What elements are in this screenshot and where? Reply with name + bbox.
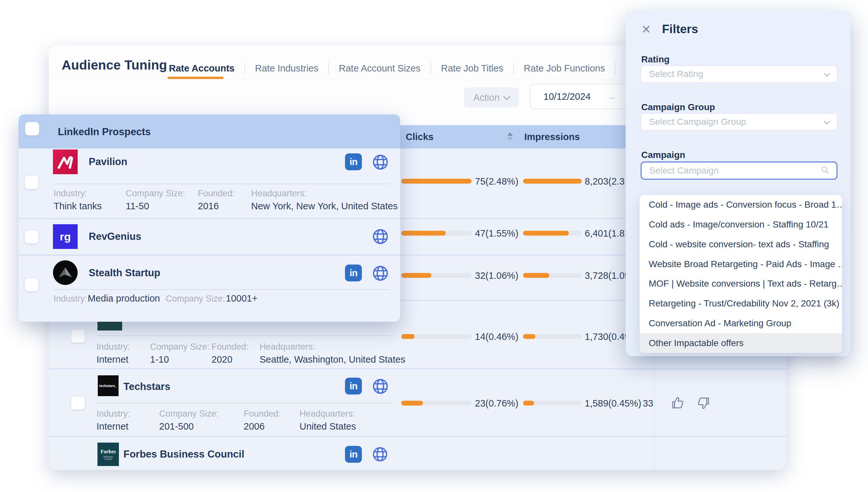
row-checkbox[interactable] [71, 396, 85, 410]
company-size-value: 10001+ [226, 293, 258, 304]
campaign-option-highlighted[interactable]: Other Impactable offers [640, 333, 842, 353]
page-title: Audience Tuning [62, 58, 167, 72]
row-inner-divider [53, 289, 390, 290]
founded-label: Founded: [198, 189, 235, 199]
campaign-option[interactable]: Cold ads - Image/conversion - Staffing 1… [640, 215, 842, 235]
headquarters-value: New York, New York, United States [251, 201, 398, 212]
select-all-checkbox[interactable] [25, 122, 39, 136]
impressions-bar [523, 273, 582, 278]
campaign-option[interactable]: MOF | Website conversions | Text ads - R… [640, 274, 842, 294]
company-logo: rg [53, 224, 78, 249]
clicks-value: 32(1.06%) [475, 270, 518, 281]
tab-rate-account-sizes[interactable]: Rate Account Sizes [337, 63, 422, 74]
row-checkbox[interactable] [71, 329, 85, 343]
close-icon[interactable]: ✕ [641, 24, 651, 35]
campaign-group-placeholder: Select Campaign Group [649, 117, 825, 127]
clicks-bar [401, 401, 472, 405]
headquarters-value: United States [300, 421, 356, 432]
column-header-impressions[interactable]: Impressions [524, 125, 580, 148]
extra-metric-value: 33 [634, 398, 653, 409]
row-checkbox[interactable] [24, 278, 39, 292]
headquarters-label: Headquarters: [300, 409, 355, 419]
campaign-search-input[interactable] [649, 165, 821, 176]
campaign-search-field[interactable] [641, 162, 838, 180]
company-size-value: 201-500 [159, 421, 194, 432]
company-name: Techstars [123, 381, 170, 393]
website-globe-icon[interactable] [372, 154, 388, 172]
impressions-value: 8,203(2.31 [585, 176, 630, 187]
impressions-bar [523, 179, 582, 183]
website-globe-icon[interactable] [372, 378, 388, 396]
chevron-down-icon [824, 118, 830, 124]
industry-label: Industry: [54, 189, 87, 199]
tab-separator [328, 63, 329, 74]
industry-value: Internet [97, 421, 128, 432]
row-inner-divider [53, 183, 390, 184]
linkedin-icon[interactable]: in [345, 153, 362, 170]
industry-value: Internet [97, 354, 128, 365]
rating-placeholder: Select Rating [649, 69, 825, 79]
tab-rate-job-functions[interactable]: Rate Job Functions [522, 63, 606, 74]
action-button-label: Action [473, 92, 500, 103]
industry-value: Think tanks [54, 201, 102, 212]
clicks-bar [401, 231, 472, 236]
website-globe-icon[interactable] [372, 446, 388, 463]
campaign-label: Campaign [641, 150, 685, 160]
website-globe-icon[interactable] [372, 265, 388, 283]
industry-label: Industry: [97, 409, 130, 419]
row-checkbox[interactable] [24, 230, 39, 244]
rating-select[interactable]: Select Rating [641, 65, 838, 83]
row-checkbox[interactable] [24, 175, 39, 189]
linkedin-icon[interactable]: in [345, 377, 362, 394]
company-name: RevGenius [89, 231, 141, 242]
impressions-bar [523, 401, 582, 405]
thumbs-up-button[interactable] [670, 395, 685, 411]
founded-label: Founded: [211, 342, 249, 352]
founded-value: 2006 [244, 421, 265, 432]
industry-label: Industry: [54, 294, 87, 304]
company-logo [53, 260, 78, 285]
tab-rate-job-titles[interactable]: Rate Job Titles [440, 63, 505, 74]
thumbs-down-button[interactable] [696, 395, 711, 411]
clicks-bar [401, 334, 472, 339]
tab-bar: Rate Accounts Rate Industries Rate Accou… [168, 63, 679, 74]
tab-rate-accounts[interactable]: Rate Accounts [168, 63, 236, 74]
campaign-option[interactable]: Website Broad Retargeting - Paid Ads - I… [640, 254, 842, 274]
clicks-value: 75(2.48%) [475, 176, 518, 187]
chevron-down-icon [503, 93, 510, 100]
tab-separator [615, 63, 615, 74]
campaign-group-label: Campaign Group [641, 102, 715, 113]
impressions-value: 1,589(0.45%) [585, 398, 641, 409]
company-logo: techstars_ [98, 375, 119, 396]
campaign-option[interactable]: Retargeting - Trust/Credability Nov 2, 2… [640, 294, 842, 314]
company-size-label: Company Size: [166, 294, 225, 304]
campaign-option[interactable]: Conversation Ad - Marketing Group [640, 314, 842, 334]
founded-label: Founded: [244, 409, 281, 419]
company-name: Pavilion [89, 156, 127, 168]
impressions-bar [523, 231, 582, 236]
tab-separator [431, 63, 431, 74]
prospects-card-title: LinkedIn Prospects [58, 126, 151, 138]
website-globe-icon[interactable] [372, 228, 388, 246]
active-tab-underline [168, 77, 224, 79]
impressions-value: 3,728(1.05 [585, 270, 630, 281]
campaign-group-select[interactable]: Select Campaign Group [641, 113, 838, 131]
company-logo [53, 149, 78, 174]
company-size-label: Company Size: [150, 342, 209, 352]
rating-label: Rating [641, 54, 669, 65]
search-icon [821, 166, 829, 175]
company-logo: Forbes Business Council [98, 443, 119, 466]
tab-separator [245, 63, 245, 74]
action-button[interactable]: Action [464, 88, 519, 107]
campaign-options-dropdown: Cold - Image ads - Conversion focus - Br… [640, 195, 842, 353]
tab-rate-industries[interactable]: Rate Industries [254, 63, 320, 74]
campaign-option[interactable]: Cold - Image ads - Conversion focus - Br… [640, 195, 842, 215]
chevron-down-icon [824, 71, 830, 76]
linkedin-icon[interactable]: in [345, 265, 362, 281]
impressions-bar [523, 334, 582, 339]
linkedin-icon[interactable]: in [345, 446, 362, 463]
column-header-clicks[interactable]: Clicks [406, 125, 433, 148]
sort-icon[interactable] [507, 132, 513, 141]
campaign-option[interactable]: Cold - website conversion- text ads - St… [640, 235, 842, 254]
company-size-value: 11-50 [126, 201, 149, 212]
